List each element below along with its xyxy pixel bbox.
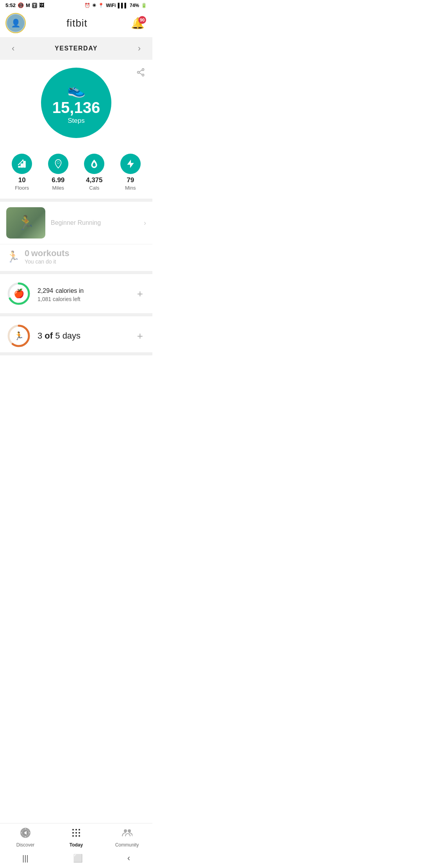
alarm-icon: ⏰ [84, 3, 90, 8]
cals-unit: Cals [89, 185, 99, 191]
cals-value: 4,375 [86, 176, 103, 184]
svg-rect-7 [23, 161, 26, 167]
activity-circle[interactable]: 🏃 [6, 323, 31, 348]
nutrition-circle[interactable]: 🍎 [6, 281, 31, 306]
stats-row: 10 Floors 6.99 Miles 4,375 Cals [0, 147, 152, 202]
workout-section: 🏃 Beginner Running › 🏃 0 workouts You ca… [0, 202, 152, 274]
workout-progress: 🏃 0 workouts You can do it [0, 244, 152, 271]
mins-value: 79 [127, 176, 134, 184]
notification-button[interactable]: 🔔 90 [128, 15, 147, 31]
image-icon: 🖼 [39, 2, 44, 8]
avatar[interactable]: 👤 [5, 13, 26, 33]
workout-status: 0 workouts You can do it [25, 248, 70, 265]
floors-icon-circle [12, 154, 32, 174]
date-nav: ‹ YESTERDAY › [0, 37, 152, 60]
steps-circle[interactable]: 👟 15,136 Steps [41, 68, 111, 138]
calories-left: 1,081 calories left [38, 296, 128, 302]
activity-current: 3 [38, 331, 42, 341]
mins-icon-circle [120, 154, 141, 174]
floors-unit: Floors [15, 185, 29, 191]
activity-person-icon: 🏃 [14, 331, 24, 341]
nutrition-info: 2,294 calories in 1,081 calories left [38, 285, 128, 302]
mins-unit: Mins [125, 185, 136, 191]
miles-stat[interactable]: 6.99 Miles [40, 154, 77, 191]
workout-run-icon: 🏃 [6, 250, 20, 263]
miles-unit: Miles [52, 185, 64, 191]
activity-days-display: 3 of 5 days [38, 331, 128, 341]
cals-stat[interactable]: 4,375 Cals [76, 154, 113, 191]
svg-marker-10 [127, 160, 134, 168]
time-display: 5:52 [5, 2, 16, 8]
workout-count-display: 0 workouts [25, 248, 70, 258]
calories-in-display: 2,294 calories in [38, 285, 128, 295]
status-left: 5:52 📵 M T 🖼 [5, 2, 44, 8]
activity-section: 🏃 3 of 5 days + [0, 316, 152, 355]
steps-label: Steps [68, 117, 84, 125]
signal-icon: ▌▌▌ [118, 3, 128, 8]
wifi-icon: WiFi [106, 3, 116, 8]
calories-in-label: calories in [55, 287, 84, 294]
workout-count: 0 [25, 248, 29, 258]
calories-in-value: 2,294 [38, 287, 53, 294]
activity-row: 🏃 3 of 5 days + [6, 323, 146, 348]
current-date-label: YESTERDAY [55, 45, 98, 52]
apple-icon: 🍎 [14, 289, 24, 299]
battery-display: 74% [130, 3, 139, 8]
prev-day-button[interactable]: ‹ [8, 42, 18, 55]
status-right: ⏰ ✳ 📍 WiFi ▌▌▌ 74% 🔋 [84, 3, 147, 8]
avatar-person-icon: 👤 [11, 18, 21, 28]
add-activity-button[interactable]: + [134, 328, 146, 344]
steps-section: 👟 15,136 Steps [0, 60, 152, 147]
svg-rect-5 [18, 166, 21, 167]
nutrition-section: 🍎 2,294 calories in 1,081 calories left … [0, 274, 152, 316]
workout-arrow-icon: › [144, 219, 146, 227]
t-icon: T [32, 3, 37, 8]
floors-stat[interactable]: 10 Floors [4, 154, 40, 191]
bluetooth-icon: ✳ [92, 3, 96, 8]
notification-badge: 90 [138, 16, 146, 24]
svg-line-4 [139, 73, 142, 74]
workout-title: Beginner Running [45, 219, 144, 226]
svg-line-3 [139, 70, 142, 72]
workout-count-label: workouts [31, 248, 70, 258]
phone-icon: 📵 [18, 2, 24, 8]
shoe-icon: 👟 [67, 81, 86, 98]
workout-person-icon: 🏃 [17, 215, 35, 231]
status-bar: 5:52 📵 M T 🖼 ⏰ ✳ 📍 WiFi ▌▌▌ 74% 🔋 [0, 0, 152, 10]
miles-value: 6.99 [52, 176, 64, 184]
activity-outof: 5 [55, 331, 60, 341]
floors-value: 10 [18, 176, 26, 184]
cals-icon-circle [84, 154, 104, 174]
next-day-button[interactable]: › [134, 42, 145, 55]
mins-stat[interactable]: 79 Mins [113, 154, 149, 191]
nutrition-row: 🍎 2,294 calories in 1,081 calories left … [6, 281, 146, 306]
location-icon: 📍 [98, 3, 104, 8]
workout-card[interactable]: 🏃 Beginner Running › [0, 202, 152, 244]
steps-count: 15,136 [52, 100, 100, 115]
battery-icon: 🔋 [141, 3, 147, 8]
share-icon[interactable] [136, 68, 145, 79]
add-nutrition-button[interactable]: + [134, 286, 146, 301]
app-title: fitbit [66, 17, 88, 29]
svg-point-0 [142, 69, 144, 71]
svg-point-9 [57, 161, 59, 163]
svg-rect-6 [21, 163, 23, 168]
miles-icon-circle [48, 154, 68, 174]
mail-icon: M [26, 2, 30, 8]
svg-point-2 [142, 74, 144, 76]
workout-message: You can do it [25, 258, 70, 265]
activity-info: 3 of 5 days [38, 331, 128, 341]
svg-point-1 [138, 72, 139, 74]
top-nav: 👤 fitbit 🔔 90 [0, 10, 152, 37]
activity-label: days [63, 331, 80, 341]
avatar-inner: 👤 [7, 14, 24, 32]
workout-thumbnail: 🏃 [6, 207, 45, 239]
